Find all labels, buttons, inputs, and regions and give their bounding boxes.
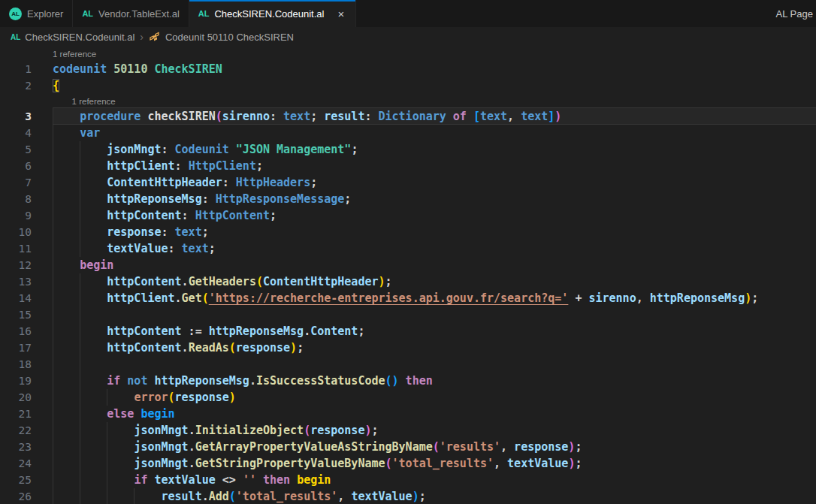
- code-token: if: [134, 473, 154, 487]
- code-token: (: [229, 490, 236, 503]
- code-token: .: [182, 341, 189, 355]
- code-line[interactable]: 11 textValue: text;: [0, 240, 816, 257]
- code-line[interactable]: 21 else begin: [0, 406, 816, 422]
- line-number: 6: [0, 158, 32, 174]
- vscode-window: AL Explorer AL Vendor.TableExt.al AL Che…: [0, 0, 816, 504]
- code-line[interactable]: 1codeunit 50110 CheckSIREN: [0, 61, 816, 77]
- code-line[interactable]: 20 error(response): [0, 389, 816, 406]
- indent-guide: [53, 356, 53, 373]
- code-text: result.Add('total_results', textValue);: [53, 490, 426, 503]
- indent-guide: [80, 356, 80, 373]
- code-text: httpContent.GetHeaders(ContentHttpHeader…: [53, 275, 392, 288]
- close-icon[interactable]: ×: [335, 8, 346, 20]
- code-token: ;: [209, 242, 216, 255]
- indent-guide: [53, 108, 53, 124]
- indent-guide: [80, 207, 80, 224]
- code-token: ): [555, 110, 561, 123]
- code-line[interactable]: 5 jsonMngt: Codeunit "JSON Management";: [0, 141, 816, 158]
- code-token: ;: [344, 192, 351, 206]
- code-token: {: [53, 79, 59, 92]
- codelens-references-link[interactable]: 1 reference: [72, 97, 116, 106]
- code-token: .: [189, 440, 195, 454]
- breadcrumb-file[interactable]: CheckSIREN.Codeunit.al: [25, 32, 134, 43]
- code-line[interactable]: 2{: [0, 77, 816, 94]
- code-editor[interactable]: 1 reference1codeunit 50110 CheckSIREN2{1…: [0, 47, 816, 504]
- code-token: not: [127, 374, 154, 388]
- editor-tab-bar: AL Explorer AL Vendor.TableExt.al AL Che…: [0, 0, 816, 27]
- code-token: (: [304, 424, 310, 437]
- indent-guide: [53, 273, 53, 290]
- code-text: ContentHttpHeader: HttpHeaders;: [53, 176, 317, 189]
- indent-guide: [53, 158, 53, 174]
- code-line[interactable]: 8 httpReponseMsg: HttpResponseMessage;: [0, 191, 816, 207]
- code-line[interactable]: 25 if textValue <> '' then begin: [0, 472, 816, 488]
- code-token: then: [256, 473, 297, 487]
- tab-explorer[interactable]: AL Explorer: [0, 0, 73, 27]
- code-line[interactable]: 9 httpContent: HttpContent;: [0, 207, 816, 224]
- code-token: .: [175, 291, 182, 305]
- code-token: HttpHeaders: [236, 176, 310, 189]
- line-number: 15: [0, 306, 32, 323]
- indent-guide: [80, 323, 80, 340]
- indent-guide: [80, 290, 80, 306]
- codelens-references-link[interactable]: 1 reference: [53, 50, 96, 59]
- code-token: IsSuccessStatusCode: [256, 374, 385, 388]
- code-token: 'total_results': [236, 490, 337, 503]
- codelens-row: 1 reference: [0, 47, 816, 61]
- line-number: 5: [0, 141, 32, 158]
- code-line[interactable]: 26 result.Add('total_results', textValue…: [0, 488, 816, 504]
- code-line[interactable]: 24 jsonMngt.GetStringPropertyValueByName…: [0, 455, 816, 472]
- tab-strip-empty-area: AL Page: [356, 0, 816, 27]
- code-line[interactable]: 23 jsonMngt.GetArrayPropertyValueAsStrin…: [0, 439, 816, 455]
- indent-guide: [53, 290, 53, 306]
- line-number: 25: [0, 472, 32, 488]
- code-line[interactable]: 17 httpContent.ReadAs(response);: [0, 340, 816, 356]
- tab-checksiren-codeunit[interactable]: AL CheckSIREN.Codeunit.al ×: [189, 0, 356, 27]
- code-token: ,: [500, 440, 514, 454]
- code-token: response: [514, 440, 568, 454]
- code-token: response: [310, 424, 364, 437]
- indent-guide: [53, 141, 53, 158]
- code-line[interactable]: 15: [0, 306, 816, 323]
- code-line[interactable]: 3 procedure checkSIREN(sirenno: text; re…: [0, 108, 816, 125]
- code-token: (: [229, 341, 236, 355]
- code-token: ;: [310, 176, 317, 189]
- editor-actions-label[interactable]: AL Page: [776, 8, 816, 20]
- indent-guide: [53, 422, 53, 439]
- code-line[interactable]: 6 httpClient: HttpClient;: [0, 158, 816, 174]
- code-line[interactable]: 7 ContentHttpHeader: HttpHeaders;: [0, 174, 816, 191]
- indent-guide: [134, 488, 134, 504]
- code-line[interactable]: 12 begin: [0, 257, 816, 273]
- code-line[interactable]: 19 if not httpReponseMsg.IsSuccessStatus…: [0, 373, 816, 389]
- code-text: if textValue <> '' then begin: [53, 473, 331, 487]
- code-token: :: [168, 242, 182, 255]
- code-line[interactable]: 14 httpClient.Get('https://recherche-ent…: [0, 290, 816, 306]
- indent-guide: [80, 240, 80, 257]
- code-token: ,: [494, 457, 507, 470]
- line-number: 17: [0, 340, 32, 356]
- code-line[interactable]: 22 jsonMngt.InitializeObject(response);: [0, 422, 816, 439]
- indent-guide: [80, 472, 80, 488]
- code-token: procedure: [80, 110, 147, 123]
- code-token: (): [385, 374, 399, 388]
- indent-guide: [107, 439, 107, 455]
- code-token: :: [162, 225, 175, 239]
- code-line[interactable]: 16 httpContent := httpReponseMsg.Content…: [0, 323, 816, 340]
- code-line[interactable]: 13 httpContent.GetHeaders(ContentHttpHea…: [0, 273, 816, 290]
- breadcrumb-symbol[interactable]: Codeunit 50110 CheckSIREN: [165, 32, 294, 43]
- code-token: textValue: [154, 473, 215, 487]
- indent-guide: [80, 191, 80, 207]
- code-token: ): [229, 391, 236, 404]
- code-line[interactable]: 10 response: text;: [0, 224, 816, 240]
- indent-guide: [80, 306, 80, 323]
- code-token: error: [134, 391, 168, 404]
- indent-guide: [107, 472, 107, 488]
- code-token: jsonMngt: [134, 424, 188, 437]
- breadcrumb: AL CheckSIREN.Codeunit.al › Codeunit 501…: [0, 27, 816, 47]
- code-line[interactable]: 18: [0, 356, 816, 373]
- code-token: '': [243, 473, 256, 487]
- code-line[interactable]: 4 var: [0, 125, 816, 141]
- line-number: 22: [0, 422, 32, 439]
- tab-vendor-tableext[interactable]: AL Vendor.TableExt.al: [73, 0, 189, 27]
- tab-label: Explorer: [27, 8, 63, 20]
